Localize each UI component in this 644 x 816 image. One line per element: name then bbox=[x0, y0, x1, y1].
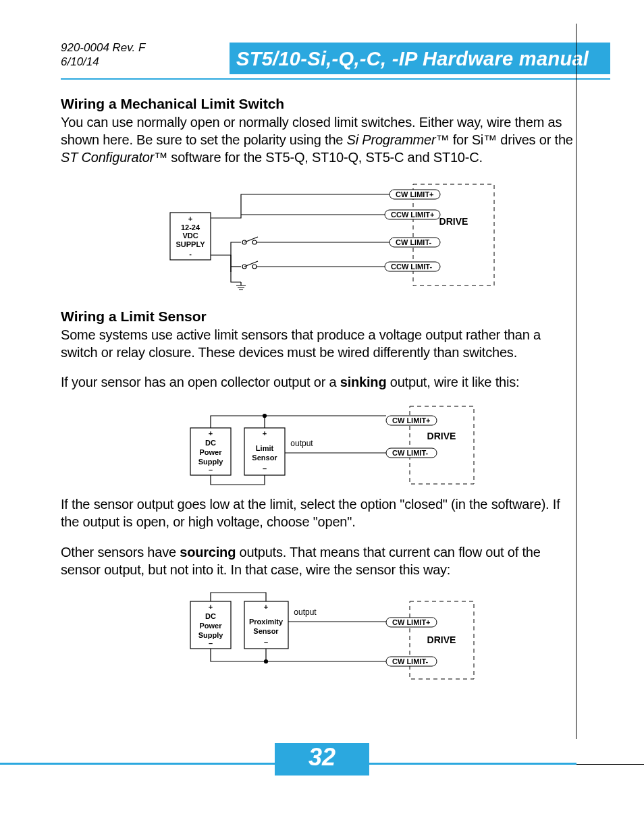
svg-text:output: output bbox=[290, 439, 313, 448]
footer-thin-rule bbox=[576, 764, 644, 765]
para-mechanical-limit: You can use normally open or normally cl… bbox=[61, 113, 581, 167]
right-margin-rule bbox=[576, 24, 576, 739]
svg-text:CW LIMIT-: CW LIMIT- bbox=[392, 449, 428, 457]
svg-text:CW LIMIT-: CW LIMIT- bbox=[392, 657, 428, 665]
svg-text:CCW LIMIT-: CCW LIMIT- bbox=[391, 263, 432, 271]
svg-text:12-24: 12-24 bbox=[181, 223, 200, 232]
title-bar: ST5/10-Si,-Q,-C, -IP Hardware manual bbox=[230, 43, 610, 74]
para-sinking: If your sensor has an open collector out… bbox=[61, 373, 581, 391]
svg-text:output: output bbox=[294, 607, 317, 617]
para-closed-open: If the sensor output goes low at the lim… bbox=[61, 495, 581, 531]
svg-text:DC: DC bbox=[205, 612, 216, 620]
svg-text:–: – bbox=[209, 639, 213, 647]
svg-text:DC: DC bbox=[205, 439, 216, 447]
svg-text:CW LIMIT-: CW LIMIT- bbox=[396, 238, 431, 246]
svg-text:CCW LIMIT+: CCW LIMIT+ bbox=[391, 211, 434, 219]
page: 920-0004 Rev. F 6/10/14 ST5/10-Si,-Q,-C,… bbox=[0, 0, 644, 816]
svg-text:Supply: Supply bbox=[198, 631, 224, 639]
svg-text:CW LIMIT+: CW LIMIT+ bbox=[392, 416, 431, 425]
svg-text:–: – bbox=[264, 638, 268, 646]
svg-text:+: + bbox=[209, 603, 213, 611]
svg-text:DRIVE: DRIVE bbox=[439, 216, 468, 227]
svg-point-17 bbox=[252, 240, 257, 244]
svg-text:CW LIMIT+: CW LIMIT+ bbox=[392, 618, 431, 626]
svg-text:-: - bbox=[189, 250, 192, 258]
svg-text:Sensor: Sensor bbox=[253, 627, 279, 635]
svg-text:+: + bbox=[264, 603, 268, 611]
page-number-badge: 32 bbox=[275, 743, 369, 776]
svg-text:–: – bbox=[209, 466, 213, 474]
svg-text:VDC: VDC bbox=[182, 232, 198, 240]
svg-text:–: – bbox=[263, 464, 267, 472]
svg-text:Supply: Supply bbox=[198, 458, 224, 466]
svg-point-19 bbox=[252, 265, 257, 269]
svg-text:Sensor: Sensor bbox=[252, 454, 277, 462]
diagram-sourcing-sensor: + DC Power Supply – + Proximity Sensor –… bbox=[187, 589, 477, 684]
diagram-sinking-sensor: + DC Power Supply – + Limit Sensor – DRI… bbox=[187, 402, 477, 490]
svg-text:Limit: Limit bbox=[256, 444, 274, 452]
svg-text:Proximity: Proximity bbox=[249, 618, 284, 626]
page-number: 32 bbox=[308, 743, 336, 771]
svg-text:Power: Power bbox=[199, 622, 222, 630]
svg-text:DRIVE: DRIVE bbox=[427, 634, 456, 645]
heading-limit-sensor: Wiring a Limit Sensor bbox=[61, 308, 603, 325]
manual-title: ST5/10-Si,-Q,-C, -IP Hardware manual bbox=[236, 48, 589, 70]
svg-text:SUPPLY: SUPPLY bbox=[176, 240, 205, 248]
para-sourcing: Other sensors have sourcing outputs. Tha… bbox=[61, 543, 581, 579]
diagram-mechanical-switch: + 12-24 VDC SUPPLY - DRIVE CW LIMIT+ CCW… bbox=[163, 178, 501, 292]
header-rule bbox=[61, 78, 610, 80]
rev-date: 6/10/14 bbox=[61, 55, 99, 68]
svg-text:+: + bbox=[209, 429, 213, 437]
svg-text:CW LIMIT+: CW LIMIT+ bbox=[396, 190, 434, 198]
svg-text:Power: Power bbox=[199, 448, 222, 456]
svg-text:DRIVE: DRIVE bbox=[427, 431, 456, 441]
para-limit-sensor-intro: Some systems use active limit sensors th… bbox=[61, 326, 581, 362]
heading-mechanical-limit: Wiring a Mechanical Limit Switch bbox=[61, 96, 603, 112]
svg-text:+: + bbox=[188, 215, 192, 223]
svg-text:+: + bbox=[263, 429, 267, 437]
rev-number: 920-0004 Rev. F bbox=[61, 41, 145, 54]
